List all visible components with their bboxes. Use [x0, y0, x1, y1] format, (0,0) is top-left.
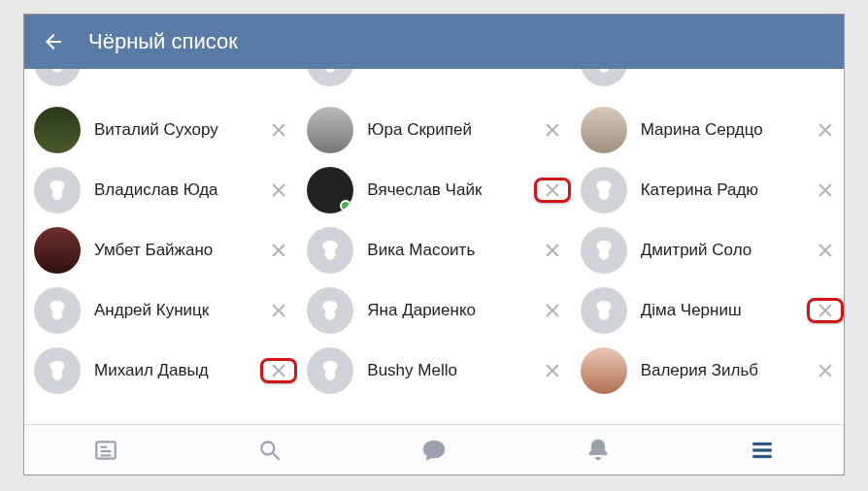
avatar[interactable]	[34, 287, 81, 334]
avatar[interactable]	[307, 167, 353, 213]
list-item	[297, 69, 570, 100]
avatar	[581, 69, 627, 86]
svg-point-4	[262, 442, 275, 454]
list-item	[24, 69, 297, 100]
avatar[interactable]	[581, 347, 627, 394]
remove-button[interactable]	[807, 363, 844, 378]
remove-button[interactable]	[807, 122, 844, 138]
list-item: Яна Дариенко	[297, 280, 570, 341]
remove-button[interactable]	[807, 182, 844, 198]
menu-icon	[750, 438, 775, 463]
remove-button[interactable]	[534, 122, 571, 138]
close-icon	[271, 182, 286, 198]
list-item: Діма Черниш	[571, 280, 844, 341]
user-name[interactable]: Дмитрий Соло	[641, 241, 807, 260]
nav-feed[interactable]	[86, 431, 125, 470]
list-item: Юра Скрипей	[297, 100, 570, 160]
user-name[interactable]: Вячеслав Чайк	[367, 180, 533, 200]
remove-button[interactable]	[260, 182, 297, 198]
online-indicator	[340, 200, 351, 212]
remove-button[interactable]	[807, 243, 844, 258]
remove-button[interactable]	[534, 303, 571, 318]
remove-button[interactable]	[534, 363, 571, 378]
remove-button[interactable]	[260, 358, 297, 383]
remove-button[interactable]	[807, 298, 844, 323]
list-item: Дмитрий Соло	[571, 220, 844, 280]
dog-placeholder-icon	[589, 176, 618, 205]
nav-search[interactable]	[250, 431, 289, 470]
dog-placeholder-icon	[43, 356, 72, 385]
dog-placeholder-icon	[589, 296, 618, 325]
dog-placeholder-icon	[43, 176, 72, 205]
avatar[interactable]	[34, 347, 81, 394]
remove-button[interactable]	[534, 178, 571, 203]
list-item: Марина Сердцо	[571, 100, 844, 160]
avatar[interactable]	[307, 347, 353, 394]
avatar[interactable]	[307, 107, 353, 153]
user-grid: Виталий Сухору Юра Скрипей Марина Сердцо…	[24, 69, 844, 401]
remove-button[interactable]	[260, 243, 297, 258]
list-item: Катерина Радю	[571, 160, 844, 220]
dog-placeholder-icon	[589, 236, 618, 265]
close-icon	[271, 303, 286, 318]
avatar[interactable]	[581, 287, 627, 334]
close-icon	[545, 303, 560, 318]
user-name[interactable]: Яна Дариенко	[367, 301, 533, 320]
user-name[interactable]: Bushy Mello	[367, 361, 533, 380]
blacklist-content: Виталий Сухору Юра Скрипей Марина Сердцо…	[24, 69, 844, 424]
remove-button[interactable]	[260, 303, 297, 318]
list-item: Вячеслав Чайк	[297, 160, 570, 220]
user-name[interactable]: Катерина Радю	[641, 180, 807, 200]
avatar[interactable]	[34, 107, 81, 153]
list-item: Виталий Сухору	[24, 100, 297, 160]
avatar[interactable]	[34, 227, 81, 274]
avatar[interactable]	[307, 227, 353, 274]
svg-line-5	[273, 453, 280, 460]
app-frame: Чёрный список Витал	[23, 14, 845, 475]
nav-menu[interactable]	[743, 431, 782, 470]
list-item	[571, 69, 844, 100]
back-button[interactable]	[42, 30, 65, 53]
user-name[interactable]: Виталий Сухору	[94, 120, 260, 140]
close-icon	[818, 182, 833, 198]
close-icon	[818, 363, 833, 378]
avatar[interactable]	[581, 167, 627, 213]
user-name[interactable]: Діма Черниш	[641, 301, 807, 320]
list-item: Валерия Зильб	[571, 341, 844, 401]
avatar[interactable]	[307, 287, 353, 334]
nav-messages[interactable]	[415, 431, 453, 470]
avatar[interactable]	[581, 227, 627, 274]
avatar[interactable]	[34, 167, 81, 213]
user-name[interactable]: Умбет Байжано	[94, 241, 260, 260]
list-item: Bushy Mello	[297, 341, 570, 401]
user-name[interactable]: Андрей Куницк	[94, 301, 260, 320]
dog-placeholder-icon	[316, 236, 345, 265]
nav-notifications[interactable]	[579, 431, 618, 470]
user-name[interactable]: Вика Масоить	[367, 241, 533, 260]
dog-placeholder-icon	[43, 69, 72, 78]
close-icon	[271, 122, 286, 138]
close-icon	[545, 243, 560, 258]
close-icon	[545, 363, 560, 378]
bottom-nav	[24, 424, 844, 475]
remove-button[interactable]	[534, 243, 571, 258]
close-icon	[271, 243, 286, 258]
close-icon	[818, 122, 833, 138]
list-item: Умбет Байжано	[24, 220, 297, 280]
user-name[interactable]: Валерия Зильб	[641, 361, 807, 380]
page-title: Чёрный список	[88, 29, 238, 54]
avatar[interactable]	[581, 107, 627, 153]
user-name[interactable]: Михаил Давыд	[94, 361, 260, 380]
header-bar: Чёрный список	[24, 15, 844, 69]
dog-placeholder-icon	[589, 69, 618, 78]
user-name[interactable]: Владислав Юда	[94, 180, 260, 200]
user-name[interactable]: Юра Скрипей	[367, 120, 533, 140]
remove-button[interactable]	[260, 122, 297, 138]
search-icon	[257, 438, 283, 463]
dog-placeholder-icon	[316, 69, 345, 78]
close-icon	[818, 243, 833, 258]
user-name[interactable]: Марина Сердцо	[641, 120, 807, 140]
chat-icon	[421, 438, 447, 463]
close-icon	[545, 122, 560, 138]
list-item: Владислав Юда	[24, 160, 297, 220]
